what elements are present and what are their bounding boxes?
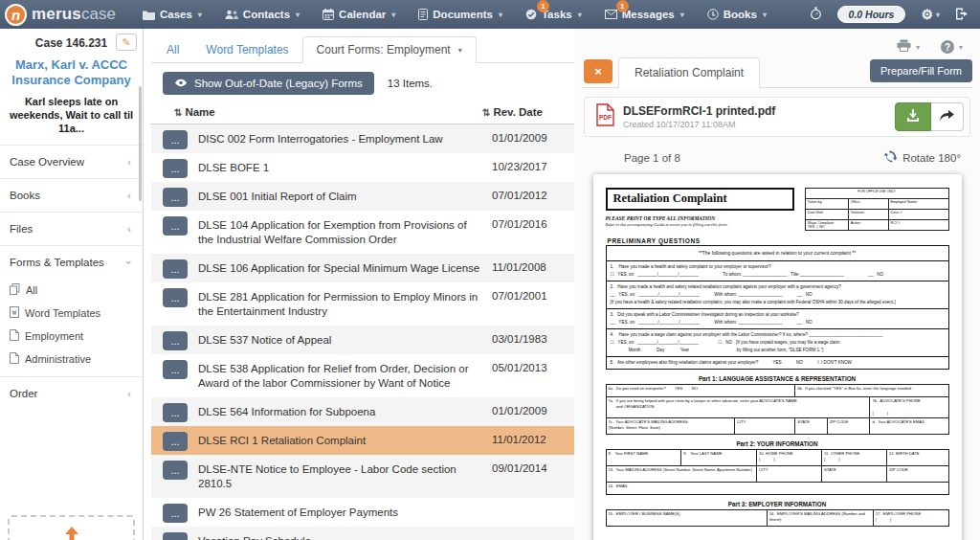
- table-row[interactable]: ... DLSE 001 Initial Report of Claim 07/…: [151, 182, 574, 211]
- sidebar-item-files[interactable]: Files ‹: [0, 212, 143, 245]
- rotate-label: Rotate 180°: [902, 152, 961, 164]
- part3-heading: Part 3: EMPLOYER INFORMATION: [606, 501, 949, 507]
- sidebar-item-books[interactable]: Books ‹: [0, 178, 143, 212]
- preliminary-questions-heading: PRELIMINARY QUESTIONS: [608, 237, 949, 244]
- table-row[interactable]: ... DLSE 104 Application for Exemption f…: [151, 211, 574, 254]
- row-actions-button[interactable]: ...: [163, 259, 188, 279]
- row-actions-button[interactable]: ...: [163, 532, 188, 540]
- tab-word-templates[interactable]: Word Templates: [192, 37, 301, 62]
- table-row[interactable]: ... PW 26 Statement of Employer Payments: [151, 498, 574, 527]
- nav-label: Contacts: [243, 9, 290, 20]
- form-name: DLSE RCI 1 Retaliation Complaint: [198, 430, 481, 451]
- help-menu[interactable]: ? ▾: [941, 40, 963, 54]
- file-created-date: Created 10/17/2017 11:08AM: [623, 120, 775, 129]
- logout-icon[interactable]: [955, 8, 969, 22]
- table-header: ⇅Name ⇅Rev. Date: [151, 99, 574, 124]
- share-button[interactable]: [931, 102, 964, 131]
- table-row[interactable]: ... DLSE-NTE Notice to Employee - Labor …: [151, 455, 574, 498]
- table-row[interactable]: ... DLSE 106 Application for Special Min…: [151, 254, 574, 282]
- nav-tasks[interactable]: 1 Tasks▾: [514, 0, 593, 29]
- sidebar-item-case-overview[interactable]: Case Overview ‹: [0, 145, 143, 178]
- nav-contacts[interactable]: Contacts▾: [213, 0, 311, 29]
- case-note: Karl sleeps late on weekends, Wait to ca…: [0, 91, 143, 146]
- sidebar-subitem-word-templates[interactable]: Word Templates: [10, 302, 143, 325]
- section-label: Files: [10, 223, 33, 235]
- sidebar-subitem-all[interactable]: All: [10, 279, 143, 302]
- sidebar-subitem-employment[interactable]: Employment: [10, 325, 143, 348]
- file-dropzone[interactable]: Drag and Drop Files Here to Upload to Ca…: [8, 515, 135, 540]
- nav-documents[interactable]: Documents▾: [407, 0, 514, 29]
- nav-messages[interactable]: 1 Messages▾: [593, 0, 696, 29]
- chevron-down-icon: ›: [123, 261, 135, 265]
- nav-calendar[interactable]: Calendar▾: [311, 0, 407, 29]
- rotate-icon: [884, 150, 897, 165]
- rotate-control[interactable]: Rotate 180°: [884, 150, 961, 165]
- subitem-label: All: [26, 284, 37, 296]
- nav-label: Books: [724, 9, 757, 20]
- table-row[interactable]: ... DLSE 538 Application for Relief from…: [151, 354, 574, 397]
- close-preview-button[interactable]: ×: [584, 59, 612, 83]
- table-row[interactable]: ... DLSE 537 Notice of Appeal 03/01/1983: [151, 326, 574, 354]
- row-actions-button[interactable]: ...: [163, 188, 188, 207]
- tab-retaliation-complaint[interactable]: Retaliation Complaint: [618, 57, 760, 88]
- prepare-fill-form-button[interactable]: Prepare/Fill Form: [870, 59, 972, 82]
- form-name: DLSE BOFE 1: [198, 157, 481, 178]
- button-label: Show Out-of-Date (Legacy) Forms: [194, 78, 363, 89]
- brand-merus: merus: [32, 5, 81, 24]
- row-actions-button[interactable]: ...: [163, 360, 188, 379]
- sidebar-item-forms-templates[interactable]: Forms & Templates ›: [0, 245, 143, 279]
- pencil-icon: ✎: [122, 36, 130, 48]
- row-actions-button[interactable]: ...: [163, 216, 188, 236]
- table-row[interactable]: ... DLSE 564 Information for Subpoena 01…: [151, 397, 574, 426]
- row-actions-button[interactable]: ...: [163, 432, 188, 451]
- row-actions-button[interactable]: ...: [163, 331, 188, 350]
- case-title-link[interactable]: Marx, Karl v. ACCC Insurance Company: [0, 52, 143, 91]
- tab-all[interactable]: All: [153, 37, 192, 62]
- table-row[interactable]: ... DISC 002 Form Interrogatories - Empl…: [151, 124, 574, 153]
- row-actions-button[interactable]: ...: [163, 403, 188, 422]
- sidebar-subitem-administrative[interactable]: Administrative: [10, 348, 143, 371]
- part3-table: 15. EMPLOYER / BUSINESS NAME(S) 16. EMPL…: [606, 509, 949, 527]
- sort-by-name[interactable]: ⇅Name: [174, 106, 482, 118]
- table-row[interactable]: ... DLSE BOFE 1 10/23/2017: [151, 153, 574, 182]
- row-actions-button[interactable]: ...: [163, 130, 188, 149]
- chevron-down-icon: ▾: [959, 43, 963, 52]
- chevron-left-icon: ‹: [127, 388, 131, 399]
- meruscase-logo[interactable]: n meruscase: [0, 4, 131, 26]
- nav-books[interactable]: Books▾: [696, 0, 778, 29]
- hours-tracker-pill[interactable]: 0.0 Hours: [837, 6, 906, 23]
- stopwatch-icon[interactable]: [810, 7, 822, 22]
- row-actions-button[interactable]: ...: [163, 159, 188, 178]
- file-name[interactable]: DLSEFormRCI-1 printed.pdf: [623, 104, 775, 118]
- page-indicator: Page 1 of 8: [624, 152, 680, 164]
- chevron-down-icon: ▾: [198, 11, 202, 19]
- form-name: DLSE 001 Initial Report of Claim: [198, 186, 481, 207]
- row-actions-button[interactable]: ...: [163, 461, 188, 480]
- table-row[interactable]: ... DLSE 281 Application for Permission …: [151, 282, 574, 326]
- part1-table: 6a. Do you need an interpreter? YES NO 6…: [606, 384, 949, 435]
- nav-cases[interactable]: Cases▾: [131, 0, 213, 29]
- table-row[interactable]: ... Vacation Pay Schedule: [151, 527, 574, 540]
- tab-court-forms-employment[interactable]: Court Forms: Employment ▾: [302, 36, 477, 63]
- nav-label: Calendar: [339, 9, 386, 20]
- row-actions-button[interactable]: ...: [163, 504, 188, 523]
- show-legacy-forms-button[interactable]: Show Out-of-Date (Legacy) Forms: [163, 72, 374, 95]
- chevron-down-icon: ▾: [391, 11, 395, 19]
- sidebar-item-order[interactable]: Order ‹: [0, 376, 143, 410]
- sidebar-scrollbar[interactable]: [139, 86, 142, 201]
- merus-logo-icon: n: [5, 4, 27, 26]
- sort-by-date[interactable]: ⇅Rev. Date: [482, 106, 567, 118]
- part2-table: 8. Your FIRST NAME 9. Your LAST NAME 10.…: [606, 449, 949, 495]
- edit-case-button[interactable]: ✎: [116, 34, 137, 51]
- download-button[interactable]: [895, 102, 931, 131]
- question-3: 3. Did you speak with a Labor Commission…: [606, 308, 949, 329]
- print-menu[interactable]: ▾: [897, 38, 920, 56]
- close-icon: ×: [594, 64, 602, 79]
- chevron-down-icon: ▾: [296, 11, 300, 19]
- form-rev-date: 09/01/2014: [492, 459, 567, 474]
- row-actions-button[interactable]: ...: [163, 288, 188, 307]
- settings-menu[interactable]: ⚙▾: [921, 7, 940, 22]
- form-rev-date: 05/01/2013: [492, 358, 567, 373]
- form-rev-date: 07/01/2016: [492, 214, 567, 230]
- table-row-selected[interactable]: ... DLSE RCI 1 Retaliation Complaint 11/…: [151, 426, 574, 455]
